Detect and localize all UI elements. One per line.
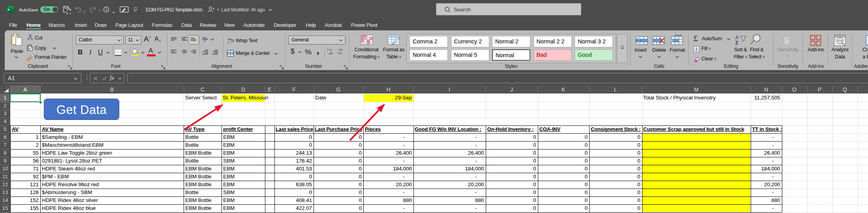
- svg-text:Z: Z: [735, 40, 738, 45]
- svg-text:c: c: [228, 41, 229, 44]
- svg-text:.00: .00: [328, 52, 333, 55]
- svg-text:x: x: [8, 7, 10, 11]
- svg-text:A: A: [735, 35, 739, 40]
- svg-text:.00: .00: [338, 48, 343, 52]
- svg-text:0: 0: [340, 52, 342, 55]
- svg-text:.0: .0: [329, 48, 332, 52]
